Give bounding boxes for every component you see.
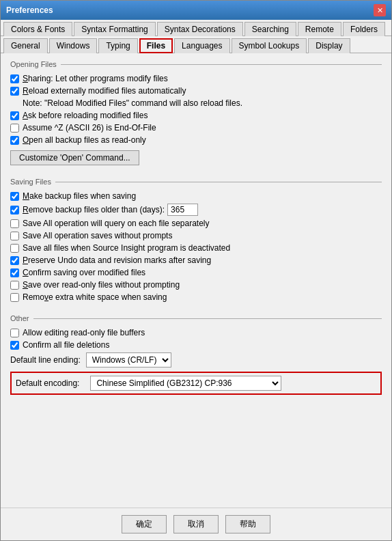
tab-languages[interactable]: Languages [174,38,229,53]
customize-open-button[interactable]: Customize 'Open' Command... [10,150,139,165]
ok-button[interactable]: 确定 [122,515,167,533]
checkbox-sharing-input[interactable] [10,74,19,83]
checkbox-remove-whitespace-input[interactable] [10,293,19,302]
checkbox-ask-reload-input[interactable] [10,111,19,120]
checkbox-save-all-noprompt-input[interactable] [10,232,19,240]
encoding-select[interactable]: Chinese Simplified (GB2312) CP:936 UTF-8… [90,376,281,391]
checkbox-save-deactivated: Save all files when Source Insight progr… [10,243,382,253]
help-button[interactable]: 帮助 [225,515,270,533]
checkbox-ask-reload: Ask before reloading modified files [10,111,382,120]
encoding-label: Default encoding: [16,378,79,388]
tabs-container: Colors & Fonts Syntax Formatting Syntax … [1,20,391,53]
opening-files-title: Opening Files [10,60,382,68]
checkbox-allow-editing: Allow editing read-only file buffers [10,328,382,337]
other-section: Other Allow editing read-only file buffe… [10,314,382,395]
tab-row-2: General Windows Typing Files Languages S… [1,36,391,53]
checkbox-assume-eof-input[interactable] [10,124,19,133]
checkbox-preserve-undo-input[interactable] [10,256,19,265]
checkbox-confirm-saving-input[interactable] [10,268,19,277]
checkbox-confirm-delete-input[interactable] [10,341,19,350]
title-bar: Preferences ✕ [1,1,391,20]
checkbox-backup-readonly-input[interactable] [10,136,19,145]
backup-days-input[interactable] [167,204,198,216]
tab-symbol-lookups[interactable]: Symbol Lookups [232,38,307,53]
saving-files-title: Saving Files [10,178,382,186]
checkbox-assume-eof: Assume ^Z (ASCII 26) is End-Of-File [10,123,382,133]
checkbox-save-all-query-input[interactable] [10,219,19,228]
tab-syntax-decorations[interactable]: Syntax Decorations [157,22,243,36]
checkbox-save-deactivated-input[interactable] [10,244,19,253]
tab-windows[interactable]: Windows [49,38,98,53]
tab-remote[interactable]: Remote [298,22,341,36]
checkbox-backup-readonly: Open all backup files as read-only [10,135,382,145]
tab-row-1: Colors & Fonts Syntax Formatting Syntax … [1,20,391,36]
checkbox-remove-whitespace: Remove extra white space when saving [10,292,382,302]
tab-display[interactable]: Display [308,38,350,53]
tab-general[interactable]: General [3,38,48,53]
checkbox-confirm-saving: Confirm saving over modified files [10,268,382,277]
tab-files[interactable]: Files [139,38,173,53]
line-ending-row: Default line ending: Windows (CR/LF) Uni… [10,352,382,367]
checkbox-sharing: Sharing: Let other programs modify files [10,74,382,83]
reload-note: Note: "Reload Modified Files" command wi… [23,98,382,108]
checkbox-save-readonly-input[interactable] [10,281,19,290]
assume-eof-label: Assume ^Z (ASCII 26) is End-Of-File [23,123,156,133]
tab-syntax-formatting[interactable]: Syntax Formatting [74,22,155,36]
saving-files-section: Saving Files Make backup files when savi… [10,178,382,302]
checkbox-make-backup: Make backup files when saving [10,191,382,201]
customize-open-row: Customize 'Open' Command... [10,150,382,165]
tab-folders[interactable]: Folders [343,22,385,36]
window-title: Preferences [6,5,53,15]
checkbox-reload-modified-input[interactable] [10,87,19,96]
checkbox-save-all-query: Save All operation will query on each fi… [10,219,382,228]
line-ending-select[interactable]: Windows (CR/LF) Unix (LF) Mac (CR) [86,352,171,367]
close-button[interactable]: ✕ [374,4,386,16]
line-ending-label: Default line ending: [10,355,81,365]
default-encoding-box: Default encoding: Chinese Simplified (GB… [10,372,382,395]
checkbox-reload-modified: Reload externally modified files automat… [10,86,382,96]
checkbox-save-readonly: Save over read-only files without prompt… [10,280,382,290]
preferences-window: Preferences ✕ Colors & Fonts Syntax Form… [0,0,392,541]
checkbox-remove-backup: Remove backup files older than (days): [10,204,382,216]
cancel-button[interactable]: 取消 [173,515,219,533]
backup-readonly-label: Open all backup files as read-only [23,135,146,145]
footer: 确定 取消 帮助 [1,508,391,540]
checkbox-remove-backup-input[interactable] [10,206,19,214]
other-title: Other [10,314,382,322]
checkbox-allow-editing-input[interactable] [10,329,19,337]
checkbox-preserve-undo: Preserve Undo data and revision marks af… [10,255,382,265]
checkbox-save-all-noprompt: Save All operation saves without prompts [10,231,382,240]
checkbox-make-backup-input[interactable] [10,192,19,201]
content-area: Opening Files Sharing: Let other program… [1,53,391,508]
opening-files-section: Opening Files Sharing: Let other program… [10,60,382,165]
tab-searching[interactable]: Searching [244,22,296,36]
tab-colors-fonts[interactable]: Colors & Fonts [3,22,72,36]
tab-typing[interactable]: Typing [98,38,137,53]
checkbox-confirm-delete: Confirm all file deletions [10,340,382,350]
